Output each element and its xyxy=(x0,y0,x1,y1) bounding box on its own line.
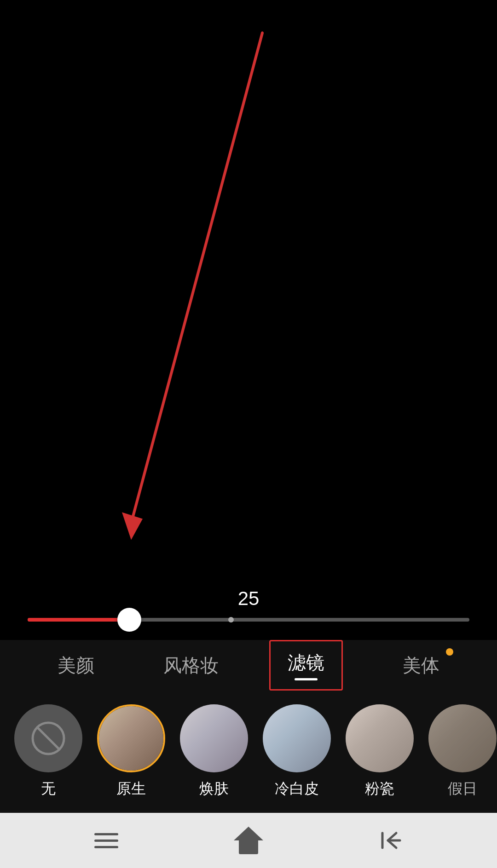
filter-original-thumb xyxy=(97,704,165,772)
filter-fake-day[interactable]: 假日 xyxy=(423,704,497,799)
back-icon xyxy=(379,828,403,852)
tab-style-makeup-label: 风格妆 xyxy=(163,653,219,678)
filter-cool-white-thumb xyxy=(263,704,331,772)
tab-filter-label: 滤镜 xyxy=(288,650,324,675)
tab-beauty[interactable]: 美颜 xyxy=(39,640,113,691)
filter-original-label: 原生 xyxy=(116,779,146,799)
filter-fake-day-thumb xyxy=(428,704,497,772)
filter-radiant-label: 焕肤 xyxy=(199,779,229,799)
tab-beauty-label: 美颜 xyxy=(58,653,94,678)
hamburger-icon xyxy=(94,833,118,848)
no-filter-icon xyxy=(30,720,67,757)
filter-porcelain[interactable]: 粉瓷 xyxy=(341,704,419,799)
filter-radiant-thumb xyxy=(180,704,248,772)
hamburger-line-3 xyxy=(94,846,118,848)
home-button[interactable] xyxy=(234,827,263,854)
tab-filter-underline xyxy=(295,678,318,680)
slider-thumb[interactable] xyxy=(117,608,141,632)
tab-style-makeup[interactable]: 风格妆 xyxy=(154,640,228,691)
app: 25 美颜 风格妆 滤镜 美体 xyxy=(0,0,497,868)
filter-radiant[interactable]: 焕肤 xyxy=(175,704,253,799)
filter-cool-white-label: 冷白皮 xyxy=(275,779,319,799)
home-roof xyxy=(234,827,263,840)
nav-bar xyxy=(0,813,497,868)
tab-body-label: 美体 xyxy=(403,653,439,678)
slider-center-dot xyxy=(228,617,234,622)
hamburger-line-2 xyxy=(94,839,118,842)
svg-line-0 xyxy=(131,33,262,523)
filter-original[interactable]: 原生 xyxy=(92,704,170,799)
viewfinder xyxy=(0,0,497,578)
filter-porcelain-image xyxy=(346,704,414,772)
filter-cool-white[interactable]: 冷白皮 xyxy=(258,704,336,799)
slider-track[interactable] xyxy=(28,618,469,622)
filter-porcelain-thumb xyxy=(346,704,414,772)
tab-filter[interactable]: 滤镜 xyxy=(269,640,343,691)
home-body xyxy=(239,840,258,854)
menu-button[interactable] xyxy=(94,833,118,848)
filters-section: 无 原生 焕肤 冷白皮 粉瓷 xyxy=(0,691,497,813)
svg-marker-1 xyxy=(122,512,143,540)
filter-fake-day-label: 假日 xyxy=(448,779,477,799)
tabs-section: 美颜 风格妆 滤镜 美体 xyxy=(0,640,497,691)
filter-none-label: 无 xyxy=(41,779,56,799)
filter-none-thumb xyxy=(14,704,82,772)
svg-line-3 xyxy=(37,727,59,749)
tab-body[interactable]: 美体 xyxy=(384,640,458,691)
slider-section: 25 xyxy=(0,578,497,640)
filter-radiant-image xyxy=(180,704,248,772)
filter-none[interactable]: 无 xyxy=(9,704,87,799)
filter-porcelain-label: 粉瓷 xyxy=(365,779,394,799)
home-icon xyxy=(234,827,263,854)
slider-track-fill xyxy=(28,618,129,622)
filter-original-image xyxy=(99,706,163,771)
hamburger-line-1 xyxy=(94,833,118,835)
tab-body-dot xyxy=(446,648,453,656)
filter-cool-white-image xyxy=(263,704,331,772)
arrow-overlay xyxy=(0,0,497,578)
back-button[interactable] xyxy=(379,828,403,852)
slider-value: 25 xyxy=(28,588,469,610)
filter-fake-day-image xyxy=(428,704,497,772)
